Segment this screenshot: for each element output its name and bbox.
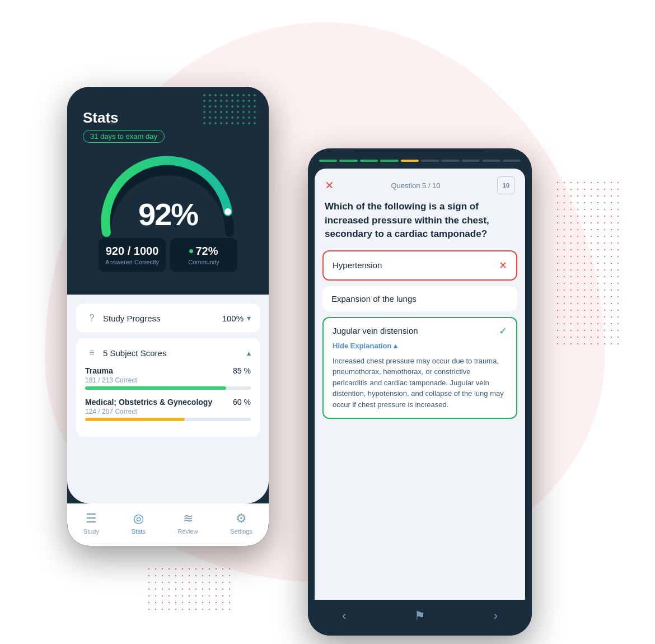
close-button[interactable]: ✕ (325, 179, 334, 192)
subject-scores-label: 5 Subject Scores (103, 348, 166, 358)
phone-right-inner: ✕ Question 5 / 10 10 Which of the follow… (308, 148, 532, 636)
study-progress-icon: ? (85, 311, 99, 325)
stat-community-sub: Community (177, 259, 231, 265)
subject-ob-correct: 124 / 207 Correct (85, 408, 251, 416)
study-progress-percent: 100% (222, 314, 244, 323)
stat-community-main: 72% (177, 245, 231, 258)
gauge-container: 92% (83, 143, 253, 244)
stat-community-value: 72% (195, 245, 218, 258)
subject-scores-header[interactable]: ≡ 5 Subject Scores ▴ (85, 346, 251, 360)
calendar-icon[interactable]: 10 (497, 176, 515, 194)
phone-left-inner: Stats 31 days to exam day (67, 87, 269, 546)
answer-hypertension[interactable]: Hypertension ✕ (322, 250, 517, 281)
calendar-number: 10 (503, 182, 509, 189)
subject-trauma-pct: 85 % (233, 366, 251, 375)
phone-left-body: ? Study Progress 100% ▾ ≡ 5 Subject Scor… (67, 295, 269, 503)
question-counter-text: Question 5 / 10 (391, 181, 440, 190)
nav-settings[interactable]: ⚙ Settings (230, 511, 252, 535)
gauge-percentage: 92% (138, 196, 198, 232)
study-progress-right: 100% ▾ (222, 314, 251, 323)
chevron-down-icon: ▾ (247, 314, 251, 323)
question-header: ✕ Question 5 / 10 10 (315, 169, 525, 200)
stat-answered-main: 920 / 1000 (105, 245, 159, 258)
phone-right: ✕ Question 5 / 10 10 Which of the follow… (308, 148, 532, 636)
seg-9 (482, 160, 500, 162)
back-arrow-button[interactable]: ‹ (342, 609, 346, 623)
subject-scores-left: ≡ 5 Subject Scores (85, 346, 166, 360)
settings-nav-icon: ⚙ (236, 511, 247, 526)
review-nav-label: Review (178, 528, 198, 535)
subject-trauma-bar (85, 386, 251, 390)
correct-check-icon: ✓ (499, 325, 507, 337)
hide-explanation-label: Hide Explanation (333, 342, 391, 350)
subject-ob-fill (85, 418, 185, 421)
stats-header: Stats 31 days to exam day (67, 87, 269, 295)
subject-item-ob: Medical; Obstetrics & Gynecology 60 % 12… (85, 398, 251, 421)
answers-area: Hypertension ✕ Expansion of the lungs Ju… (315, 250, 525, 600)
answer-expansion[interactable]: Expansion of the lungs (322, 286, 517, 311)
subject-ob-bar (85, 418, 251, 421)
subject-ob-pct: 60 % (233, 398, 251, 407)
answer-hypertension-text: Hypertension (333, 260, 382, 270)
question-counter: Question 5 / 10 (391, 181, 440, 190)
stat-answered-sub: Answered Correctly (105, 259, 159, 265)
seg-8 (462, 160, 480, 162)
study-progress-label: Study Progress (103, 314, 161, 323)
bottom-nav: ☰ Study ◎ Stats ≋ Review ⚙ Settings (67, 503, 269, 546)
subject-ob-name: Medical; Obstetrics & Gynecology (85, 398, 212, 407)
settings-nav-label: Settings (230, 528, 252, 535)
seg-6 (421, 160, 439, 162)
subject-ob-row: Medical; Obstetrics & Gynecology 60 % (85, 398, 251, 407)
question-text: Which of the following is a sign of incr… (315, 200, 525, 250)
seg-4 (380, 160, 398, 162)
dot-pattern-bottom (146, 566, 235, 610)
nav-review[interactable]: ≋ Review (178, 511, 198, 535)
phone-right-bottom-nav: ‹ ⚑ › (308, 600, 532, 636)
subject-trauma-name: Trauma (85, 366, 113, 375)
nav-study[interactable]: ☰ Study (83, 511, 99, 535)
wrong-icon: ✕ (499, 259, 507, 272)
review-nav-icon: ≋ (183, 511, 193, 526)
question-content-card: ✕ Question 5 / 10 10 Which of the follow… (315, 169, 525, 600)
stats-boxes: 920 / 1000 Answered Correctly 72% Commun… (83, 238, 253, 283)
study-progress-card[interactable]: ? Study Progress 100% ▾ (76, 304, 260, 333)
seg-1 (319, 160, 337, 162)
subject-scores-card: ≡ 5 Subject Scores ▴ Trauma 85 % 181 / 2… (76, 338, 260, 437)
study-progress-row: ? Study Progress 100% ▾ (85, 311, 251, 325)
subject-trauma-row: Trauma 85 % (85, 366, 251, 375)
flag-icon[interactable]: ⚑ (414, 609, 425, 623)
answer-correct-top: Jugular vein distension ✓ (333, 325, 507, 337)
chevron-up-icon: ▴ (247, 348, 251, 357)
question-progress-bar (308, 148, 532, 162)
nav-stats[interactable]: ◎ Stats (132, 511, 146, 535)
study-progress-left: ? Study Progress (85, 311, 161, 325)
subject-trauma-fill (85, 386, 226, 390)
answer-jugular[interactable]: Jugular vein distension ✓ Hide Explanati… (322, 317, 517, 419)
subject-scores-icon: ≡ (85, 346, 99, 360)
seg-7 (441, 160, 459, 162)
chevron-up-icon: ▴ (394, 342, 397, 350)
hide-explanation-button[interactable]: Hide Explanation ▴ (333, 342, 507, 350)
seg-3 (360, 160, 378, 162)
study-nav-label: Study (83, 528, 99, 535)
answer-jugular-text: Jugular vein distension (333, 326, 418, 335)
subject-item-trauma: Trauma 85 % 181 / 213 Correct (85, 366, 251, 390)
community-dot (189, 249, 193, 253)
forward-arrow-button[interactable]: › (494, 609, 498, 623)
gauge-end-dot (224, 208, 231, 215)
answer-expansion-text: Expansion of the lungs (331, 294, 417, 304)
seg-2 (339, 160, 357, 162)
stats-nav-icon: ◎ (133, 511, 144, 526)
explanation-text: Increased chest pressure may occur due t… (333, 356, 507, 418)
dot-pattern-right (554, 179, 621, 347)
days-badge: 31 days to exam day (83, 130, 165, 143)
phone-left: Stats 31 days to exam day (67, 87, 269, 546)
seg-5 (401, 160, 419, 162)
subject-trauma-correct: 181 / 213 Correct (85, 376, 251, 384)
stats-nav-label: Stats (132, 528, 146, 535)
teal-dots-decoration (202, 92, 258, 126)
seg-10 (503, 160, 521, 162)
study-nav-icon: ☰ (86, 511, 97, 526)
